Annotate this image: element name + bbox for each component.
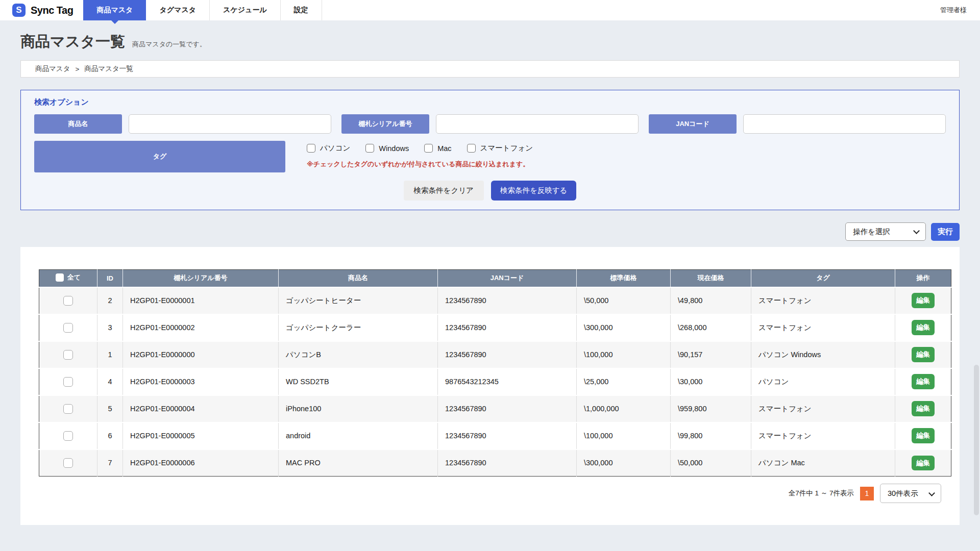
row-current-price-cell: \49,800 [671, 287, 751, 314]
bulk-action-row: 操作を選択 実行 [20, 222, 960, 241]
nav-tab-product-master[interactable]: 商品マスタ [83, 0, 146, 20]
table-row: 1 H2GP01-E0000000 パソコンB 1234567890 \100,… [39, 341, 951, 368]
row-jan-cell: 9876543212345 [438, 368, 577, 395]
select-all-checkbox[interactable] [56, 273, 64, 282]
row-checkbox[interactable] [63, 323, 73, 333]
tag-checkbox-row: パソコン Windows Mac スマートフォン [307, 143, 533, 153]
page-head: 商品マスタ一覧 商品マスタの一覧です。 [0, 20, 980, 58]
windows-checkbox[interactable] [365, 144, 374, 153]
row-checkbox[interactable] [63, 431, 73, 441]
mac-checkbox[interactable] [424, 144, 433, 153]
row-checkbox[interactable] [63, 458, 73, 468]
smartphone-checkbox-label: スマートフォン [480, 143, 533, 153]
row-tags-cell: パソコン Windows [751, 341, 895, 368]
row-jan-cell: 1234567890 [438, 341, 577, 368]
execute-button[interactable]: 実行 [931, 223, 960, 241]
row-current-price-cell: \268,000 [671, 314, 751, 341]
row-product-name-cell: ゴッパシートクーラー [279, 314, 438, 341]
row-product-name-cell: iPhone100 [279, 395, 438, 422]
tag-checkbox-mac[interactable]: Mac [424, 144, 451, 153]
row-serial-cell: H2GP01-E0000002 [123, 314, 279, 341]
table-row: 2 H2GP01-E0000001 ゴッパシートヒーター 1234567890 … [39, 287, 951, 314]
edit-button[interactable]: 編集 [912, 347, 935, 362]
row-checkbox[interactable] [63, 296, 73, 306]
row-operations-cell: 編集 [895, 341, 951, 368]
row-checkbox-cell [39, 287, 97, 314]
field-group-serial: 棚札シリアル番号 [341, 114, 639, 134]
row-product-name-cell: MAC PRO [279, 449, 438, 477]
field-group-jan: JANコード [649, 114, 946, 134]
operation-select[interactable]: 操作を選択 [846, 223, 925, 240]
row-current-price-cell: \50,000 [671, 449, 751, 477]
table-row: 3 H2GP01-E0000002 ゴッパシートクーラー 1234567890 … [39, 314, 951, 341]
edit-button[interactable]: 編集 [912, 401, 935, 416]
table-row: 5 H2GP01-E0000004 iPhone100 1234567890 \… [39, 395, 951, 422]
row-standard-price-cell: \100,000 [577, 341, 671, 368]
header-standard-price: 標準価格 [577, 270, 671, 287]
pc-checkbox[interactable] [307, 144, 315, 153]
row-current-price-cell: \90,157 [671, 341, 751, 368]
row-operations-cell: 編集 [895, 368, 951, 395]
header-product-name: 商品名 [279, 270, 438, 287]
row-standard-price-cell: \1,000,000 [577, 395, 671, 422]
jan-code-label: JANコード [649, 114, 737, 134]
row-product-name-cell: パソコンB [279, 341, 438, 368]
user-label: 管理者様 [940, 6, 980, 15]
row-standard-price-cell: \100,000 [577, 422, 671, 449]
row-operations-cell: 編集 [895, 449, 951, 477]
tag-checkbox-pc[interactable]: パソコン [307, 143, 350, 153]
nav-tab-tag-master[interactable]: タグマスタ [146, 0, 209, 20]
product-name-input[interactable] [129, 114, 331, 134]
row-checkbox[interactable] [63, 350, 73, 360]
top-navbar: S Sync Tag 商品マスタ タグマスタ スケジュール 設定 管理者様 [0, 0, 980, 20]
edit-button[interactable]: 編集 [912, 293, 935, 308]
breadcrumb-separator: > [75, 65, 79, 73]
app-logo: S Sync Tag [0, 0, 83, 20]
nav-tab-schedule[interactable]: スケジュール [209, 0, 280, 20]
per-page-select[interactable]: 30件表示 [880, 484, 941, 503]
search-fields-row: 商品名 棚札シリアル番号 JANコード [34, 114, 946, 134]
page-number-button[interactable]: 1 [860, 487, 874, 500]
per-page-select-wrap: 30件表示 [880, 484, 941, 503]
table-row: 7 H2GP01-E0000006 MAC PRO 1234567890 \30… [39, 449, 951, 477]
row-tags-cell: パソコン Mac [751, 449, 895, 477]
edit-button[interactable]: 編集 [912, 428, 935, 443]
breadcrumb-item-product-master[interactable]: 商品マスタ [35, 64, 70, 73]
row-id-cell: 4 [97, 368, 123, 395]
scrollbar[interactable] [974, 365, 979, 515]
row-id-cell: 7 [97, 449, 123, 477]
edit-button[interactable]: 編集 [912, 320, 935, 335]
row-checkbox-cell [39, 314, 97, 341]
edit-button[interactable]: 編集 [912, 456, 935, 471]
pc-checkbox-label: パソコン [320, 143, 350, 153]
serial-input[interactable] [436, 114, 639, 134]
mac-checkbox-label: Mac [437, 144, 451, 153]
row-operations-cell: 編集 [895, 287, 951, 314]
row-tags-cell: スマートフォン [751, 287, 895, 314]
row-serial-cell: H2GP01-E0000000 [123, 341, 279, 368]
field-group-product-name: 商品名 [34, 114, 331, 134]
row-checkbox[interactable] [63, 377, 73, 387]
row-standard-price-cell: \25,000 [577, 368, 671, 395]
row-checkbox[interactable] [63, 404, 73, 414]
edit-button[interactable]: 編集 [912, 374, 935, 389]
clear-search-button[interactable]: 検索条件をクリア [404, 181, 484, 201]
product-name-label: 商品名 [34, 114, 122, 134]
row-checkbox-cell [39, 395, 97, 422]
apply-search-button[interactable]: 検索条件を反映する [491, 181, 577, 201]
row-current-price-cell: \99,800 [671, 422, 751, 449]
row-serial-cell: H2GP01-E0000006 [123, 449, 279, 477]
pagination-summary: 全7件中 1 ～ 7件表示 [789, 489, 854, 498]
header-current-price: 現在価格 [671, 270, 751, 287]
row-tags-cell: スマートフォン [751, 314, 895, 341]
header-serial: 棚札シリアル番号 [123, 270, 279, 287]
jan-code-input[interactable] [743, 114, 946, 134]
smartphone-checkbox[interactable] [467, 144, 476, 153]
row-product-name-cell: android [279, 422, 438, 449]
tag-checkbox-smartphone[interactable]: スマートフォン [467, 143, 533, 153]
row-serial-cell: H2GP01-E0000003 [123, 368, 279, 395]
app-title: Sync Tag [31, 5, 73, 16]
tag-checkbox-windows[interactable]: Windows [365, 144, 409, 153]
row-product-name-cell: ゴッパシートヒーター [279, 287, 438, 314]
nav-tab-settings[interactable]: 設定 [280, 0, 322, 20]
